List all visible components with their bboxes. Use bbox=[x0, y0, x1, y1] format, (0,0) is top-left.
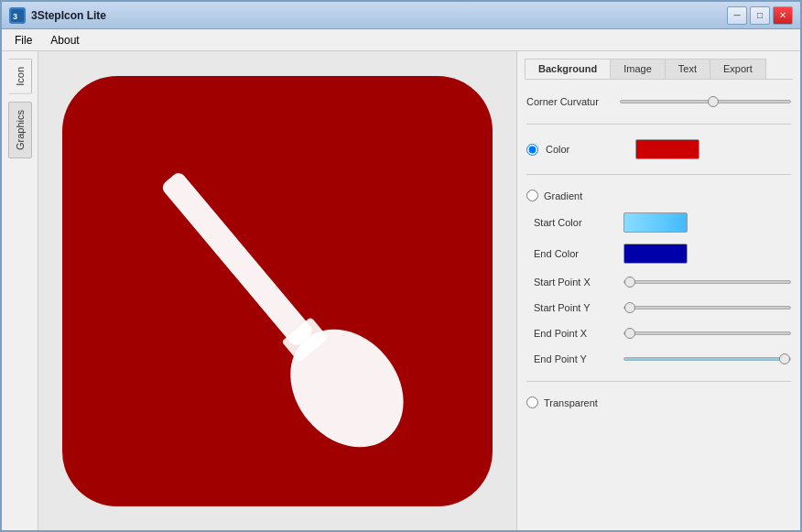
restore-button[interactable]: □ bbox=[750, 6, 770, 25]
end-y-row: End Point Y bbox=[526, 352, 791, 366]
tab-text[interactable]: Text bbox=[665, 59, 710, 79]
start-color-swatch[interactable] bbox=[623, 212, 688, 233]
corner-curvature-row: Corner Curvatur bbox=[526, 94, 791, 109]
end-x-label: End Point X bbox=[534, 328, 616, 339]
start-x-label: Start Point X bbox=[534, 277, 616, 288]
start-x-slider[interactable] bbox=[623, 275, 791, 289]
start-color-label: Start Color bbox=[534, 217, 616, 228]
start-color-row: Start Color bbox=[526, 212, 791, 233]
tab-background[interactable]: Background bbox=[525, 59, 611, 79]
main-content: Icon Graphics bbox=[2, 51, 800, 530]
end-color-label: End Color bbox=[534, 248, 616, 259]
menu-about[interactable]: About bbox=[41, 32, 88, 49]
start-x-row: Start Point X bbox=[526, 275, 791, 289]
start-y-label: Start Point Y bbox=[534, 302, 616, 313]
end-color-swatch[interactable] bbox=[623, 244, 688, 264]
minimize-button[interactable]: ─ bbox=[727, 6, 747, 25]
divider-1 bbox=[526, 124, 791, 125]
divider-2 bbox=[526, 174, 791, 175]
transparent-label: Transparent bbox=[544, 397, 598, 408]
sidebar-tab-icon[interactable]: Icon bbox=[8, 59, 32, 94]
svg-text:3: 3 bbox=[13, 12, 17, 21]
corner-curvature-slider[interactable] bbox=[620, 94, 791, 109]
window-title: 3StepIcon Lite bbox=[31, 9, 106, 22]
end-y-label: End Point Y bbox=[534, 353, 616, 364]
canvas-area bbox=[38, 51, 516, 530]
title-bar-left: 3 3StepIcon Lite bbox=[9, 7, 106, 24]
icon-preview bbox=[62, 76, 493, 506]
svg-rect-2 bbox=[160, 169, 315, 347]
panel-content: Corner Curvatur Color Gradient bbox=[525, 91, 793, 412]
end-x-slider[interactable] bbox=[623, 326, 791, 341]
gradient-radio-row: Gradient bbox=[526, 190, 791, 201]
sidebar: Icon Graphics bbox=[2, 51, 38, 530]
end-y-slider[interactable] bbox=[623, 352, 791, 366]
gradient-radio[interactable] bbox=[526, 190, 538, 201]
panel-tabs: Background Image Text Export bbox=[525, 59, 793, 80]
tab-image[interactable]: Image bbox=[610, 59, 666, 79]
transparent-radio-row: Transparent bbox=[526, 396, 791, 408]
color-row: Color bbox=[526, 139, 791, 159]
gradient-label: Gradient bbox=[544, 190, 582, 201]
divider-3 bbox=[526, 381, 791, 382]
color-label: Color bbox=[546, 144, 628, 155]
title-buttons: ─ □ ✕ bbox=[727, 6, 793, 25]
end-x-row: End Point X bbox=[526, 326, 791, 341]
color-radio[interactable] bbox=[526, 144, 538, 156]
close-button[interactable]: ✕ bbox=[773, 6, 793, 25]
menu-file[interactable]: File bbox=[5, 32, 41, 49]
color-swatch[interactable] bbox=[635, 139, 699, 159]
sidebar-tab-graphics[interactable]: Graphics bbox=[8, 102, 32, 158]
app-icon: 3 bbox=[9, 7, 26, 24]
start-y-slider[interactable] bbox=[623, 300, 791, 315]
right-panel: Background Image Text Export Corner Curv… bbox=[516, 51, 800, 530]
end-color-row: End Color bbox=[526, 244, 791, 264]
transparent-radio[interactable] bbox=[526, 396, 538, 408]
title-bar: 3 3StepIcon Lite ─ □ ✕ bbox=[2, 2, 800, 29]
start-y-row: Start Point Y bbox=[526, 300, 791, 315]
tab-export[interactable]: Export bbox=[710, 59, 766, 79]
menubar: File About bbox=[2, 29, 800, 51]
corner-curvature-label: Corner Curvatur bbox=[526, 96, 609, 107]
main-window: 3 3StepIcon Lite ─ □ ✕ File About Icon G… bbox=[0, 0, 802, 532]
